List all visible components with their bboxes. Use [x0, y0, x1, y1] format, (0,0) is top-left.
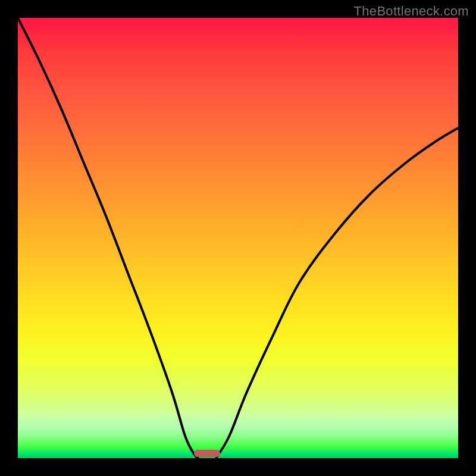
- left-curve: [18, 18, 198, 458]
- plot-area: [18, 18, 458, 458]
- right-curve: [216, 128, 458, 458]
- bottleneck-marker: [194, 450, 220, 457]
- curve-layer: [18, 18, 458, 458]
- chart-container: TheBottleneck.com: [0, 0, 476, 476]
- watermark-text: TheBottleneck.com: [354, 4, 469, 19]
